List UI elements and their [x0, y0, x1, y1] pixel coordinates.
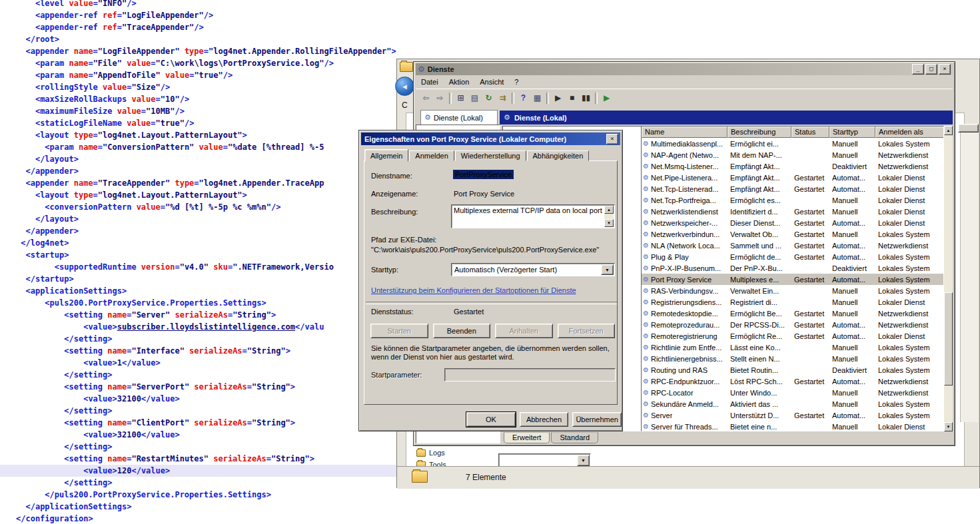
- code-line[interactable]: </root>: [0, 33, 980, 45]
- pause-service-icon[interactable]: ▮▮: [579, 91, 593, 105]
- column-header-starttyp[interactable]: Starttyp: [829, 127, 875, 138]
- tab-anmelden[interactable]: Anmelden: [409, 150, 454, 161]
- starten-button[interactable]: Starten: [370, 324, 428, 338]
- scroll-up-icon[interactable]: ▲: [944, 126, 953, 135]
- Net.Msmq-Listener...[interactable]: ⚙ Net.Msmq-Listener... Empfängt Akt... D…: [642, 160, 943, 172]
- scrollbar[interactable]: ▲ ▼: [944, 126, 953, 431]
- Routing und RAS[interactable]: ⚙ Routing und RAS Bietet Routin... Deakt…: [642, 364, 943, 376]
- maximize-button[interactable]: □: [925, 64, 937, 75]
- close-icon[interactable]: ×: [606, 134, 618, 144]
- menu-ansicht[interactable]: Ansicht: [474, 77, 509, 87]
- view-tab-erweitert[interactable]: Erweitert: [504, 432, 550, 443]
- starttyp-combobox[interactable]: Automatisch (Verzögerter Start) ▼: [451, 263, 615, 276]
- Port Proxy Service[interactable]: ⚙ Port Proxy Service Multiplexes e... Ge…: [642, 274, 943, 285]
- RPC-Locator[interactable]: ⚙ RPC-Locator Unter Windo... Manuell Net…: [642, 387, 943, 398]
- toolbar-separator[interactable]: [546, 93, 549, 104]
- explorer-scrollbar[interactable]: [960, 126, 978, 422]
- refresh-icon[interactable]: ↻: [482, 91, 496, 105]
- toolbar-separator[interactable]: [595, 93, 598, 104]
- ok-button[interactable]: OK: [466, 412, 516, 427]
- tab-dienste-lokal[interactable]: ⚙ Dienste (Lokal): [420, 110, 498, 125]
- scrollbar-thumb[interactable]: [944, 292, 953, 386]
- Multimediaklassenpl...[interactable]: ⚙ Multimediaklassenpl... Ermöglicht ei..…: [642, 138, 943, 149]
- chevron-down-icon[interactable]: ▼: [577, 455, 590, 466]
- tab-wiederherstellung[interactable]: Wiederherstellung: [455, 150, 526, 161]
- textbox-scrollbar[interactable]: ▲ ▼: [604, 206, 614, 227]
- extended-view-icon[interactable]: ▦: [530, 91, 544, 105]
- code-line[interactable]: </configuration>: [0, 513, 980, 524]
- Net.Tcp-Portfreiga...[interactable]: ⚙ Net.Tcp-Portfreiga... Ermöglicht es...…: [642, 194, 943, 206]
- code-line[interactable]: </puls200.PortProxyService.Properties.Se…: [0, 489, 980, 501]
- code-line[interactable]: <appender-ref ref="LogFileAppender"/>: [0, 9, 980, 21]
- beschreibung-textbox[interactable]: Multiplexes external TCP/IP data on loca…: [451, 204, 615, 228]
- column-header-beschreibung[interactable]: Beschreibung: [728, 127, 791, 138]
- Plug & Play[interactable]: ⚙ Plug & Play Ermöglicht de... Gestartet…: [642, 251, 943, 262]
- Sekundäre Anmeld...[interactable]: ⚙ Sekundäre Anmeld... Aktiviert das ... …: [642, 398, 943, 409]
- Remoteregistrierung[interactable]: ⚙ Remoteregistrierung Ermöglicht Re... G…: [642, 330, 943, 342]
- Richtlinie zum Entfe...[interactable]: ⚙ Richtlinie zum Entfe... Lässt eine Ko.…: [642, 342, 943, 353]
- Registrierungsdiens...[interactable]: ⚙ Registrierungsdiens... Registriert di.…: [642, 296, 943, 308]
- tab-abhaengigkeiten[interactable]: Abhängigkeiten: [527, 150, 590, 161]
- NAP-Agent (Netwo...[interactable]: ⚙ NAP-Agent (Netwo... Mit dem NAP-... Ma…: [642, 149, 943, 160]
- show-console-tree-icon[interactable]: ⊞: [454, 91, 468, 105]
- restart-service-icon[interactable]: ▶: [600, 91, 614, 105]
- title-bar[interactable]: ⚙ Dienste _□×: [416, 63, 953, 75]
- anhalten-button[interactable]: Anhalten: [495, 324, 553, 338]
- scroll-down-icon[interactable]: ▼: [944, 422, 953, 431]
- minimize-button[interactable]: _: [912, 64, 924, 75]
- Remotedesktopdie...[interactable]: ⚙ Remotedesktopdie... Ermöglicht Be... G…: [642, 308, 943, 319]
- menu-hilfe[interactable]: ?: [509, 77, 524, 87]
- code-line[interactable]: <appender-ref ref="TraceAppender"/>: [0, 21, 980, 33]
- Richtlinienergebniss...[interactable]: ⚙ Richtlinienergebniss... Stellt einen N…: [642, 353, 943, 364]
- back-icon[interactable]: ⇦: [419, 91, 433, 105]
- folder-item-logs[interactable]: Logs: [416, 447, 446, 459]
- code-line[interactable]: <appender name="LogFileAppender" type="l…: [0, 45, 980, 57]
- RAS-Verbindungsv...[interactable]: ⚙ RAS-Verbindungsv... Verwaltet Ein... M…: [642, 285, 943, 296]
- code-line[interactable]: </applicationSettings>: [0, 501, 980, 513]
- Netzwerkverbindun...[interactable]: ⚙ Netzwerkverbindun... Verwaltet Ob... G…: [642, 228, 943, 240]
- view-tab-standard[interactable]: Standard: [551, 432, 598, 443]
- service-icon: ⚙: [643, 332, 649, 340]
- Netzwerklistendienst[interactable]: ⚙ Netzwerklistendienst Identifiziert d..…: [642, 206, 943, 217]
- stop-service-icon[interactable]: ■: [565, 91, 579, 105]
- PnP-X-IP-Busenum...[interactable]: ⚙ PnP-X-IP-Busenum... Der PnP-X-Bu... De…: [642, 262, 943, 274]
- abbrechen-button[interactable]: Abbrechen: [520, 412, 569, 427]
- Net.Pipe-Listenera...[interactable]: ⚙ Net.Pipe-Listenera... Empfängt Akt... …: [642, 172, 943, 183]
- menu-aktion[interactable]: Aktion: [444, 77, 475, 87]
- column-header-name[interactable]: Name: [642, 127, 728, 138]
- uebernehmen-button[interactable]: Übernehmen: [572, 412, 622, 427]
- toolbar-separator[interactable]: [512, 93, 514, 104]
- RPC-Endpunktzuor...[interactable]: ⚙ RPC-Endpunktzuor... Löst RPC-Sch... Ge…: [642, 376, 943, 387]
- fortsetzen-button[interactable]: Fortsetzen: [558, 324, 616, 338]
- startoptions-help-link[interactable]: Unterstützung beim Konfigurieren der Sta…: [371, 286, 576, 294]
- startparameter-input[interactable]: [444, 368, 616, 382]
- chevron-down-icon[interactable]: ▼: [601, 264, 614, 275]
- start-service-icon[interactable]: ▶: [551, 91, 565, 105]
- dialog-title-bar[interactable]: Eigenschaften von Port Proxy Service (Lo…: [361, 132, 620, 145]
- export-list-icon[interactable]: ⇉: [496, 91, 510, 105]
- Server[interactable]: ⚙ Server Unterstützt D... Gestartet Auto…: [642, 409, 943, 421]
- Netzwerkspeicher-...[interactable]: ⚙ Netzwerkspeicher-... Dieser Dienst... …: [642, 217, 943, 228]
- properties-icon[interactable]: ▤: [468, 91, 482, 105]
- forward-icon[interactable]: ⇨: [433, 91, 447, 105]
- dialog-title: Eigenschaften von Port Proxy Service (Lo…: [363, 135, 606, 143]
- help-icon[interactable]: ?: [516, 91, 530, 105]
- column-header-status[interactable]: Status: [791, 127, 829, 138]
- anzeigename-value: Port Proxy Service: [454, 190, 514, 198]
- tab-allgemein[interactable]: Allgemein: [364, 149, 408, 162]
- close-button[interactable]: ×: [939, 64, 951, 75]
- Net.Tcp-Listenerad...[interactable]: ⚙ Net.Tcp-Listenerad... Empfängt Akt... …: [642, 183, 943, 194]
- dienstname-value[interactable]: PortProxyService: [453, 170, 514, 179]
- beenden-button[interactable]: Beenden: [433, 324, 491, 338]
- scroll-up-icon[interactable]: ▲: [604, 206, 614, 214]
- toolbar-separator[interactable]: [449, 93, 452, 104]
- scroll-down-icon[interactable]: ▼: [604, 219, 614, 227]
- Server für Threads...[interactable]: ⚙ Server für Threads... Bietet eine n...…: [642, 421, 943, 431]
- column-header-anmelden-als[interactable]: Anmelden als: [875, 127, 944, 138]
- code-line[interactable]: <level value="INFO"/>: [0, 0, 980, 9]
- back-button[interactable]: ◄: [395, 77, 414, 96]
- Remoteprozedurau...[interactable]: ⚙ Remoteprozedurau... Der RPCSS-Di... Ge…: [642, 319, 943, 330]
- NLA (Network Loca...[interactable]: ⚙ NLA (Network Loca... Sammelt und ... G…: [642, 240, 943, 251]
- menu-datei[interactable]: Datei: [416, 77, 444, 87]
- file-type-combobox[interactable]: ▼: [498, 453, 591, 467]
